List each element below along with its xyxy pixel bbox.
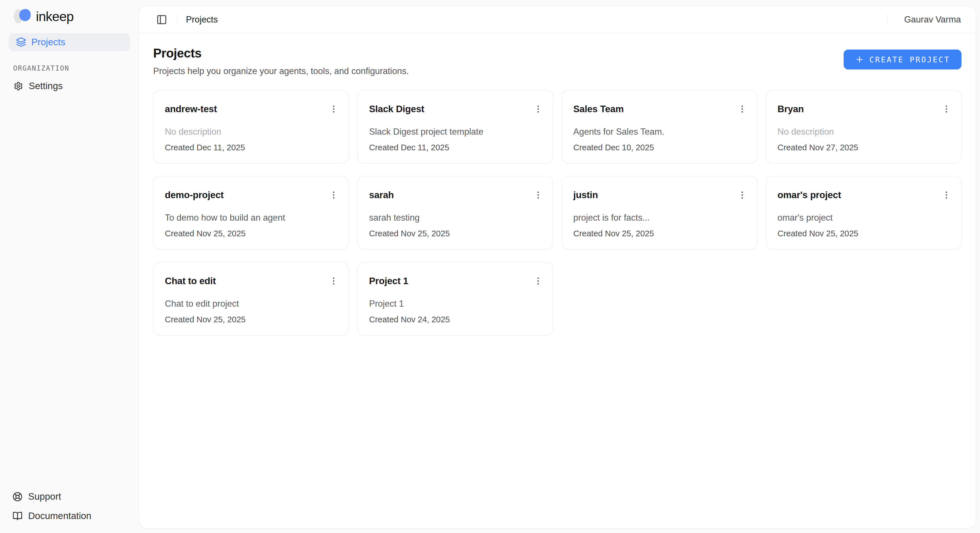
create-project-button-label: CREATE PROJECT: [869, 55, 950, 64]
project-description: No description: [165, 127, 340, 137]
kebab-menu-icon: [737, 190, 747, 200]
project-created-date: Created Nov 24, 2025: [369, 315, 545, 324]
project-created-date: Created Nov 25, 2025: [165, 315, 340, 324]
project-name: Sales Team: [573, 103, 624, 115]
topbar-right: Gaurav Varma: [878, 14, 961, 25]
project-description: To demo how to build an agent: [165, 213, 340, 223]
page-head: Projects Projects help you organize your…: [153, 46, 961, 76]
project-created-date: Created Dec 11, 2025: [369, 143, 545, 152]
main-wrap: Projects Gaurav Varma Projects Projects …: [138, 0, 980, 533]
user-menu[interactable]: Gaurav Varma: [904, 14, 961, 25]
project-card[interactable]: Sales Team Agents for Sales Team. Create…: [562, 90, 757, 164]
project-card[interactable]: Bryan No description Created Nov 27, 202…: [766, 90, 961, 164]
project-card[interactable]: andrew-test No description Created Dec 1…: [153, 90, 349, 164]
project-card-header: omar's project: [778, 188, 953, 202]
project-card-header: demo-project: [165, 188, 340, 202]
project-name: Bryan: [778, 103, 804, 115]
project-menu-button[interactable]: [735, 102, 749, 116]
brand-wordmark: inkeep: [36, 10, 74, 23]
project-created-date: Created Nov 25, 2025: [778, 229, 953, 238]
project-card[interactable]: omar's project omar's project Created No…: [766, 176, 961, 250]
kebab-menu-icon: [329, 276, 339, 286]
project-description: project is for facts...: [573, 213, 749, 223]
book-open-icon: [13, 511, 22, 521]
project-card-header: andrew-test: [165, 102, 340, 116]
life-buoy-icon: [13, 492, 22, 502]
project-menu-button[interactable]: [531, 102, 545, 116]
sidebar-item-support[interactable]: Support: [8, 489, 130, 504]
kebab-menu-icon: [329, 104, 339, 114]
topbar-divider-right: [887, 14, 887, 25]
project-name: Project 1: [369, 275, 408, 286]
project-name: demo-project: [165, 189, 224, 200]
panel-left-icon: [156, 14, 167, 25]
project-card[interactable]: Project 1 Project 1 Created Nov 24, 2025: [357, 262, 553, 336]
projects-grid: andrew-test No description Created Dec 1…: [153, 90, 961, 336]
content: Projects Projects help you organize your…: [139, 33, 976, 528]
page-title: Projects: [153, 46, 409, 60]
kebab-menu-icon: [533, 190, 543, 200]
sidebar-item-label: Projects: [31, 37, 65, 48]
sidebar-toggle-button[interactable]: [155, 13, 169, 27]
project-card-header: Bryan: [778, 102, 953, 116]
project-card-header: Sales Team: [573, 102, 749, 116]
project-created-date: Created Dec 10, 2025: [573, 143, 749, 152]
project-card[interactable]: sarah sarah testing Created Nov 25, 2025: [357, 176, 553, 250]
project-card[interactable]: Chat to edit Chat to edit project Create…: [153, 262, 349, 336]
project-description: omar's project: [778, 213, 953, 223]
project-name: andrew-test: [165, 103, 217, 115]
page-subtitle: Projects help you organize your agents, …: [153, 66, 409, 76]
project-description: Chat to edit project: [165, 299, 340, 309]
project-created-date: Created Dec 11, 2025: [165, 143, 340, 152]
project-card-header: Slack Digest: [369, 102, 545, 116]
project-menu-button[interactable]: [940, 102, 953, 116]
project-menu-button[interactable]: [531, 188, 545, 202]
project-created-date: Created Nov 25, 2025: [369, 229, 545, 238]
sidebar-nav: Projects: [8, 24, 130, 51]
brand-logo[interactable]: inkeep: [8, 8, 130, 24]
project-menu-button[interactable]: [327, 188, 340, 202]
sidebar: inkeep Projects ORGANIZATION Settings: [0, 0, 138, 533]
project-name: Slack Digest: [369, 103, 424, 115]
project-menu-button[interactable]: [940, 188, 953, 202]
project-menu-button[interactable]: [735, 188, 749, 202]
project-name: omar's project: [778, 189, 841, 200]
plus-icon: [855, 55, 864, 64]
project-name: sarah: [369, 189, 394, 200]
project-description: Slack Digest project template: [369, 127, 545, 137]
sidebar-item-documentation[interactable]: Documentation: [8, 509, 130, 523]
project-card-header: Project 1: [369, 274, 545, 288]
project-description: No description: [778, 127, 953, 137]
kebab-menu-icon: [533, 276, 543, 286]
page-head-text: Projects Projects help you organize your…: [153, 46, 409, 76]
project-created-date: Created Nov 27, 2025: [778, 143, 953, 152]
project-menu-button[interactable]: [327, 102, 340, 116]
project-menu-button[interactable]: [327, 274, 340, 288]
project-card-header: sarah: [369, 188, 545, 202]
project-description: Agents for Sales Team.: [573, 127, 749, 137]
project-menu-button[interactable]: [531, 274, 545, 288]
sidebar-footer: Support Documentation: [8, 489, 130, 523]
project-created-date: Created Nov 25, 2025: [165, 229, 340, 238]
sidebar-item-label: Settings: [29, 81, 63, 91]
topbar: Projects Gaurav Varma: [139, 6, 976, 33]
project-description: Project 1: [369, 299, 545, 309]
sidebar-item-projects[interactable]: Projects: [8, 33, 130, 51]
gear-icon: [14, 81, 23, 91]
kebab-menu-icon: [737, 104, 747, 114]
main-panel: Projects Gaurav Varma Projects Projects …: [138, 6, 976, 528]
app-root: inkeep Projects ORGANIZATION Settings: [0, 0, 980, 533]
kebab-menu-icon: [942, 104, 951, 114]
project-name: Chat to edit: [165, 275, 216, 286]
sidebar-item-label: Support: [28, 491, 61, 502]
breadcrumb: Projects: [186, 14, 218, 25]
project-card[interactable]: demo-project To demo how to build an age…: [153, 176, 349, 250]
sidebar-item-label: Documentation: [28, 511, 91, 521]
project-card[interactable]: Slack Digest Slack Digest project templa…: [357, 90, 553, 164]
sidebar-item-settings[interactable]: Settings: [8, 79, 130, 93]
sidebar-section-organization: ORGANIZATION: [8, 64, 130, 72]
create-project-button[interactable]: CREATE PROJECT: [844, 49, 961, 70]
layers-icon: [16, 37, 26, 47]
project-name: justin: [573, 189, 598, 200]
project-card[interactable]: justin project is for facts... Created N…: [562, 176, 757, 250]
